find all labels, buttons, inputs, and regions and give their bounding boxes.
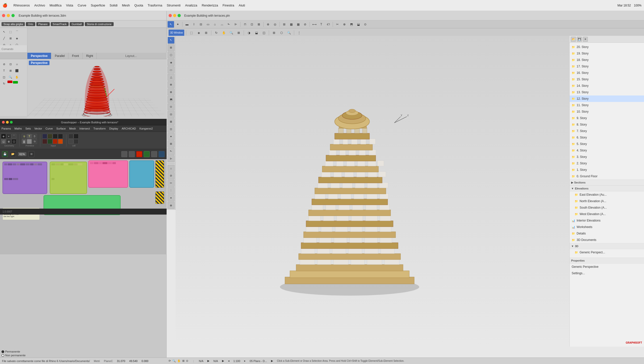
ac-tool-mesh[interactable]: ⊘ (302, 21, 308, 28)
app-menu-file[interactable]: Archivo (34, 4, 45, 7)
gh-icon-solid[interactable]: ⬡ (12, 139, 16, 144)
rhino-tool-18[interactable]: ◫ (1, 74, 7, 80)
ac-tool-skylight[interactable]: ⊠ (256, 21, 262, 28)
story-item-18[interactable]: 📁 18. Story (570, 57, 644, 63)
gh-icon-error[interactable] (136, 151, 142, 157)
gh-icon-i4[interactable] (58, 134, 63, 139)
interior-elevations-item[interactable]: 📊 Interior Elevations (570, 217, 644, 224)
ac-minimize-button[interactable] (173, 14, 176, 17)
gh-icon-i3[interactable] (53, 134, 58, 139)
app-menu-strumenti[interactable]: Strumenti (166, 4, 180, 7)
ac-status-scale-down[interactable]: ◂ (228, 359, 230, 362)
gh-icon-orange[interactable] (58, 139, 63, 144)
rhino-tool-16[interactable]: ⊞ (8, 68, 14, 74)
gh-zoom-display[interactable]: 61% (18, 152, 26, 156)
ac-tool-arrow[interactable]: ↖ (168, 21, 174, 28)
close-button[interactable] (2, 14, 5, 17)
sections-header[interactable]: ▶ Sections (570, 180, 644, 186)
story-item-16[interactable]: 📁 16. Story (570, 70, 644, 76)
ac-tool-p11[interactable]: ◎ (168, 111, 174, 118)
ac-pan[interactable]: ✋ (220, 30, 227, 36)
gh-minimize[interactable] (6, 121, 9, 124)
ac-tool-slab[interactable]: ▭ (205, 21, 211, 28)
gh-icon-red[interactable] (53, 139, 58, 144)
rhino-tool-15[interactable]: T (1, 68, 7, 74)
app-menu-solidi[interactable]: Solidi (110, 4, 118, 7)
ac-panel-save-btn[interactable]: 💾 (577, 37, 582, 42)
app-menu-aiuti[interactable]: Aiuti (239, 4, 245, 7)
rhino-tool-color2[interactable] (13, 81, 18, 84)
ac-orbit[interactable]: ↻ (213, 30, 220, 36)
app-menu-finestra[interactable]: Finestra (222, 4, 234, 7)
gh-icon-u4[interactable] (74, 139, 78, 144)
ac-tool-p9[interactable]: ⬒ (168, 96, 174, 103)
ac-tool-p12[interactable]: ⊠ (168, 118, 174, 125)
ac-tool-label[interactable]: 🏷 (325, 21, 332, 28)
rhino-tool-zoom[interactable]: 🔍 (8, 74, 14, 80)
rhino-tool-curve[interactable]: ⌒ (14, 29, 20, 35)
rhino-tool-13[interactable]: ⊡ (8, 61, 14, 67)
ac-tool-p17[interactable]: ⊫ (168, 156, 174, 162)
ac-panel-close-btn[interactable]: ✕ (583, 37, 588, 42)
story-item-1[interactable]: 📁 1. Story (570, 166, 644, 173)
story-item-4[interactable]: 📁 4. Story (570, 147, 644, 154)
gh-icon-i6[interactable] (48, 139, 52, 144)
ac-layer-options[interactable]: ⊞ (203, 30, 209, 36)
ac-tool-p13[interactable]: ⊡ (168, 126, 174, 132)
gh-icon-ok[interactable] (144, 151, 150, 157)
rhino-command-bar[interactable] (0, 45, 27, 53)
rhino-tool-pan[interactable]: ✋ (14, 74, 20, 80)
app-menu-mesh[interactable]: Mesh (122, 4, 130, 7)
story-item-3[interactable]: 📁 3. Story (570, 154, 644, 160)
ac-tool-p3[interactable]: ⬡ (168, 52, 174, 59)
gh-fit-icon[interactable]: ⊞ (28, 151, 34, 157)
ac-status-arrow1[interactable]: ▶ (207, 359, 209, 362)
ac-tool-text[interactable]: T (318, 21, 324, 28)
ac-status-orbit[interactable]: ⟳ (168, 359, 171, 362)
gh-icon-surface[interactable]: ◱ (1, 139, 6, 144)
elev-west[interactable]: 📁 West Elevation (A... (570, 211, 644, 217)
story-item-10[interactable]: 📁 10. Story (570, 108, 644, 115)
viewport-tab-right[interactable]: Right (82, 53, 97, 59)
rhino-tool-17[interactable]: ⬛ (14, 68, 20, 74)
ac-tool-zone[interactable]: ⊞ (281, 21, 288, 28)
story-item-0[interactable]: 📁 0. Ground Floor (570, 173, 644, 180)
worksheets-item[interactable]: 📊 Worksheets (570, 224, 644, 230)
gh-menu-intersect[interactable]: Intersect (79, 127, 90, 130)
ac-status-zoom[interactable]: 🔍 (172, 359, 176, 362)
gh-icon-bool[interactable]: B (32, 134, 37, 139)
rhino-tool-12[interactable]: ⊘ (1, 61, 7, 67)
ac-tool-p6[interactable]: △ (168, 74, 174, 81)
ac-tool-object[interactable]: ⊕ (265, 21, 271, 28)
ac-view-options[interactable]: ⬚ (188, 30, 194, 36)
3d-header[interactable]: ▼ 3D (570, 243, 644, 249)
ac-status-fit[interactable]: ⊞ (182, 359, 184, 362)
ac-tool-pointer[interactable]: ↖ (168, 37, 174, 44)
gh-icon-u1[interactable] (68, 134, 73, 139)
ac-tool-p20[interactable]: ✂ (168, 180, 174, 187)
snap-planare-button[interactable]: Planare (36, 22, 50, 26)
story-item-7[interactable]: 📁 7. Story (570, 128, 644, 134)
snap-griglia-button[interactable]: Snap alla griglia (2, 22, 25, 26)
app-menu-superficie[interactable]: Superficie (91, 4, 105, 7)
snap-gumball-button[interactable]: Gumball (70, 22, 84, 26)
app-menu-modifica[interactable]: Modifica (50, 4, 62, 7)
ac-tool-p14[interactable]: ✦ (168, 133, 174, 140)
gh-menu-vector[interactable]: Vector (34, 127, 42, 130)
ac-tool-lamp[interactable]: ◎ (272, 21, 278, 28)
rhino-tool-point[interactable]: ⬚ (8, 29, 14, 35)
story-item-13[interactable]: 📁 13. Story (570, 89, 644, 96)
ac-tool-stair[interactable]: ⬑ (226, 21, 232, 28)
gh-menu-params[interactable]: Params (2, 127, 11, 130)
ac-status-floor-arrow[interactable]: ▶ (271, 359, 273, 362)
ac-tool-interior[interactable]: ⬓ (355, 21, 362, 28)
ac-status-scale-up[interactable]: ▸ (244, 359, 246, 362)
story-item-8[interactable]: 📁 8. Story (570, 121, 644, 128)
ac-main-3d-viewport[interactable]: z y (176, 36, 570, 346)
story-item-15[interactable]: 📁 15. Story (570, 76, 644, 82)
story-item-9[interactable]: 📁 9. Story (570, 115, 644, 121)
ac-tool-roof[interactable]: ⌂ (212, 21, 218, 28)
ac-close-button[interactable] (168, 14, 172, 17)
3d-documents-item[interactable]: 📁 3D Documents (570, 237, 644, 243)
gh-menu-mesh[interactable]: Mesh (69, 127, 76, 130)
